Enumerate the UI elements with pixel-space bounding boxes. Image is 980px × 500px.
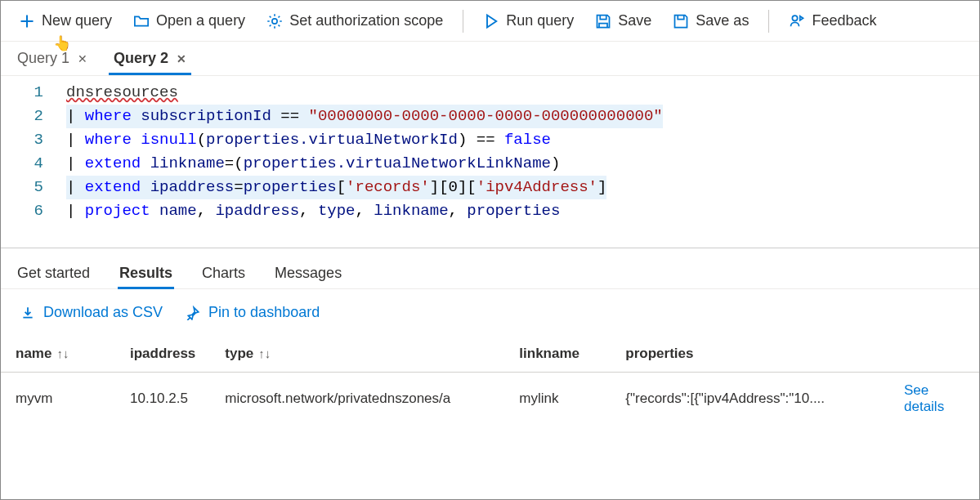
- save-label: Save: [618, 12, 651, 29]
- new-query-button[interactable]: New query: [11, 7, 120, 34]
- download-label: Download as CSV: [43, 304, 163, 321]
- see-details-link[interactable]: See details: [904, 382, 944, 414]
- cell-linkname: mylink: [504, 373, 611, 426]
- toolbar: New query Open a query Set authorization…: [1, 1, 979, 42]
- code-line: | where isnull(properties.virtualNetwork…: [66, 128, 979, 152]
- cell-name: myvm: [1, 373, 115, 426]
- col-name[interactable]: name↑↓: [1, 336, 115, 373]
- line-number: 2: [1, 105, 43, 128]
- set-auth-button[interactable]: Set authorization scope: [258, 7, 451, 34]
- sort-icon: ↑↓: [56, 346, 69, 360]
- new-query-label: New query: [42, 12, 112, 29]
- save-icon: [595, 13, 611, 29]
- save-as-label: Save as: [696, 12, 749, 29]
- code-line: | extend linkname=(properties.virtualNet…: [66, 152, 979, 176]
- save-as-button[interactable]: Save as: [665, 7, 757, 34]
- code-editor[interactable]: 1 2 3 4 5 6 dnsresources | where subscri…: [1, 76, 979, 248]
- line-number: 3: [1, 128, 43, 152]
- svg-point-1: [793, 16, 798, 20]
- download-csv-button[interactable]: Download as CSV: [20, 304, 163, 321]
- toolbar-separator: [463, 10, 463, 33]
- feedback-button[interactable]: Feedback: [781, 7, 884, 34]
- col-type[interactable]: type↑↓: [210, 336, 504, 373]
- line-number: 4: [1, 152, 43, 176]
- code-line: | project name, ipaddress, type, linknam…: [66, 199, 979, 223]
- col-linkname[interactable]: linkname: [504, 336, 611, 373]
- feedback-label: Feedback: [812, 12, 876, 29]
- run-query-label: Run query: [506, 12, 574, 29]
- save-as-icon: [673, 13, 689, 29]
- tab-label: Query 1: [17, 50, 69, 67]
- pin-label: Pin to dashboard: [208, 304, 320, 321]
- plus-icon: [19, 13, 35, 29]
- tab-label: Query 2: [114, 50, 168, 67]
- cell-properties: {"records":[{"ipv4Address":"10....: [611, 373, 889, 426]
- cell-ipaddress: 10.10.2.5: [115, 373, 210, 426]
- close-icon[interactable]: ✕: [78, 52, 87, 65]
- col-ipaddress[interactable]: ipaddress: [115, 336, 210, 373]
- line-gutter: 1 2 3 4 5 6: [1, 81, 66, 223]
- cell-type: microsoft.network/privatednszones/a: [210, 373, 504, 426]
- table-header-row: name↑↓ ipaddress type↑↓ linkname propert…: [1, 336, 979, 373]
- table-row: myvm 10.10.2.5 microsoft.network/private…: [1, 373, 979, 426]
- code-line: | where subscriptionId == "00000000-0000…: [66, 105, 979, 128]
- results-table: name↑↓ ipaddress type↑↓ linkname propert…: [1, 336, 979, 425]
- code-line: | extend ipaddress=properties['records']…: [66, 176, 979, 199]
- tab-query-1[interactable]: Query 1 ✕: [4, 42, 101, 75]
- col-properties[interactable]: properties: [611, 336, 889, 373]
- result-actions: Download as CSV Pin to dashboard: [1, 289, 979, 336]
- open-query-button[interactable]: Open a query: [125, 7, 253, 34]
- play-icon: [483, 13, 499, 29]
- line-number: 5: [1, 176, 43, 199]
- set-auth-label: Set authorization scope: [289, 12, 443, 29]
- tab-results[interactable]: Results: [118, 258, 174, 288]
- line-number: 1: [1, 81, 43, 105]
- sort-icon: ↑↓: [258, 346, 271, 360]
- download-icon: [20, 306, 35, 320]
- feedback-icon: [789, 13, 805, 29]
- code-lines: dnsresources | where subscriptionId == "…: [66, 81, 979, 223]
- tab-messages[interactable]: Messages: [273, 258, 343, 288]
- pin-icon: [186, 306, 200, 320]
- gear-icon: [266, 13, 283, 29]
- tab-get-started[interactable]: Get started: [16, 258, 92, 288]
- results-tabs: Get started Results Charts Messages: [1, 248, 979, 289]
- save-button[interactable]: Save: [587, 7, 660, 34]
- tab-charts[interactable]: Charts: [200, 258, 247, 288]
- tab-query-2[interactable]: Query 2 ✕: [101, 42, 199, 75]
- run-query-button[interactable]: Run query: [475, 7, 582, 34]
- toolbar-separator-2: [768, 10, 769, 33]
- folder-icon: [133, 13, 150, 29]
- code-line: dnsresources: [66, 81, 979, 105]
- query-tabs: Query 1 ✕ Query 2 ✕: [1, 42, 979, 76]
- close-icon[interactable]: ✕: [177, 52, 186, 65]
- line-number: 6: [1, 199, 43, 223]
- pin-dashboard-button[interactable]: Pin to dashboard: [186, 304, 320, 321]
- svg-point-0: [272, 18, 277, 23]
- open-query-label: Open a query: [156, 12, 245, 29]
